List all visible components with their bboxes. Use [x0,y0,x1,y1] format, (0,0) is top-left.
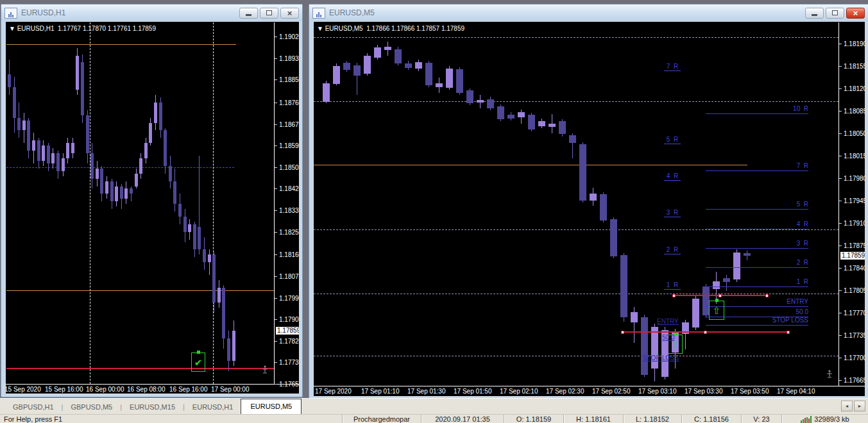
axis-tick [839,335,842,336]
risk-target-line[interactable] [706,113,808,114]
risk-multiple-label[interactable]: 2 R [664,246,681,254]
chart-info-line[interactable]: ▼ EURUSD,H1 1.17767 1.17870 1.17761 1.17… [9,25,156,33]
window-title: EURUSD,M5 [329,8,803,17]
risk-target-line[interactable] [706,248,808,249]
horizontal-line[interactable] [6,44,236,45]
window-titlebar[interactable]: EURUSD,H1 × [1,4,302,21]
tab-scroll-right-button[interactable]: ► [854,401,865,411]
risk-target-line[interactable] [706,229,808,229]
time-axis-label: 15 Sep 16:00 [45,386,83,393]
minimize-icon [812,14,817,16]
risk-multiple-label[interactable]: 1 R [664,281,681,290]
annotation-text[interactable]: STOP LOSS [643,354,679,362]
horizontal-line[interactable] [6,368,274,369]
trade-marker-box[interactable]: ✔ [191,352,205,372]
price-axis-label: 1.18015 [844,153,865,160]
scale-icon [825,369,834,379]
horizontal-line[interactable] [6,290,274,291]
risk-target-line[interactable] [706,286,808,287]
candle-body [217,288,221,303]
restore-button[interactable] [826,8,844,19]
status-cell-label: V: 23 [753,415,769,423]
candle-body [232,331,235,361]
chart-area-eurusd-m5[interactable]: 7 R5 R4 R3 R2 R1 R10 R7 R5 R4 R3 R2 R1 R… [313,21,865,397]
chart-area-eurusd-h1[interactable]: ✔1.190201.189351.188501.187601.186751.18… [5,21,300,394]
candle-body [456,69,463,93]
tab-gbpusd-h1[interactable]: GBPUSD,H1 [5,401,62,414]
candle-body [51,153,55,163]
tab-gbpusd-m5[interactable]: GBPUSD,M5 [63,401,120,414]
tab-eurusd-h1[interactable]: EURUSD,H1 [185,401,241,414]
tab-scroll-left-button[interactable]: ◄ [841,401,853,411]
line-handle[interactable] [719,294,722,297]
risk-target-label: 2 R [725,259,808,267]
line-handle[interactable] [787,331,790,334]
risk-multiple-label[interactable]: 7 R [664,63,681,71]
axis-tick [275,188,277,189]
window-titlebar[interactable]: EURUSD,M5 × [309,4,868,21]
box-handle[interactable] [715,299,719,302]
trade-marker-box[interactable]: ⇧ [709,301,724,320]
time-axis-label: 16 Sep 16:00 [169,386,208,393]
annotation-text[interactable]: 50.0 [662,334,674,342]
close-button[interactable]: × [846,8,865,19]
chart-info-line[interactable]: ▼ EURUSD,M5 1.17866 1.17866 1.17857 1.17… [317,25,464,33]
axis-tick [275,362,277,363]
candle-body [631,312,638,322]
candle-body [415,62,422,69]
time-axis-label: 17 Sep 01:10 [361,388,400,395]
risk-target-line[interactable] [706,325,808,326]
time-axis-label: 17 Sep 00:00 [211,386,250,393]
axis-tick [839,111,842,112]
risk-target-label: ENTRY [725,298,808,306]
line-handle[interactable] [672,294,676,297]
current-price-tag: 1.17859 [276,327,300,335]
horizontal-line [314,294,838,294]
chart-tabbar: GBPUSD,H1|GBPUSD,M5|EURUSD,M15|EURUSD,H1… [0,398,868,414]
risk-target-line[interactable] [706,170,808,171]
candle-body [692,299,699,328]
line-handle[interactable] [765,294,769,297]
close-icon: × [853,9,858,17]
risk-target-line[interactable] [706,209,808,210]
candle-body [100,169,103,194]
box-handle[interactable] [197,351,200,354]
minimize-button[interactable] [239,8,258,19]
price-axis-label: 1.17770 [844,310,865,317]
axis-tick [839,66,842,67]
tab-scroll-arrows: ◄► [841,401,865,414]
candle-body [569,135,576,143]
axis-tick [839,223,842,224]
horizontal-line[interactable] [314,165,747,165]
risk-target-label: 7 R [725,162,808,170]
axis-tick [839,88,842,89]
risk-target-line[interactable] [706,267,808,268]
minimize-button[interactable] [805,8,824,19]
candle-body [110,181,114,201]
status-cell-v-23: V: 23 [741,415,781,423]
candle-body [173,181,176,204]
candle-body [323,83,330,102]
candle-body [154,103,157,123]
tab-eurusd-m5[interactable]: EURUSD,M5 [241,399,302,414]
annotation-text[interactable]: ENTRY [657,318,679,326]
restore-button[interactable] [260,8,278,19]
horizontal-line [314,37,838,38]
candle-body [32,140,35,151]
tab-eurusd-m15[interactable]: EURUSD,M15 [122,401,183,414]
risk-multiple-label[interactable]: 3 R [664,209,681,217]
line-handle[interactable] [704,331,707,334]
axis-tick [275,276,277,277]
price-axis-divider [838,22,839,386]
risk-multiple-label[interactable]: 4 R [664,172,681,181]
close-button[interactable]: × [280,8,299,19]
line-handle[interactable] [621,331,624,334]
price-axis-label: 1.18050 [844,130,865,137]
candle-body [130,188,133,194]
price-axis-label: 1.18760 [279,99,300,106]
time-axis-label: 16 Sep 08:00 [127,386,166,393]
price-axis-label: 1.17650 [279,381,300,388]
risk-multiple-label[interactable]: 5 R [664,136,681,144]
price-axis-label: 1.18155 [844,63,865,70]
status-cell-o-1-18159: O: 1.18159 [504,415,563,423]
